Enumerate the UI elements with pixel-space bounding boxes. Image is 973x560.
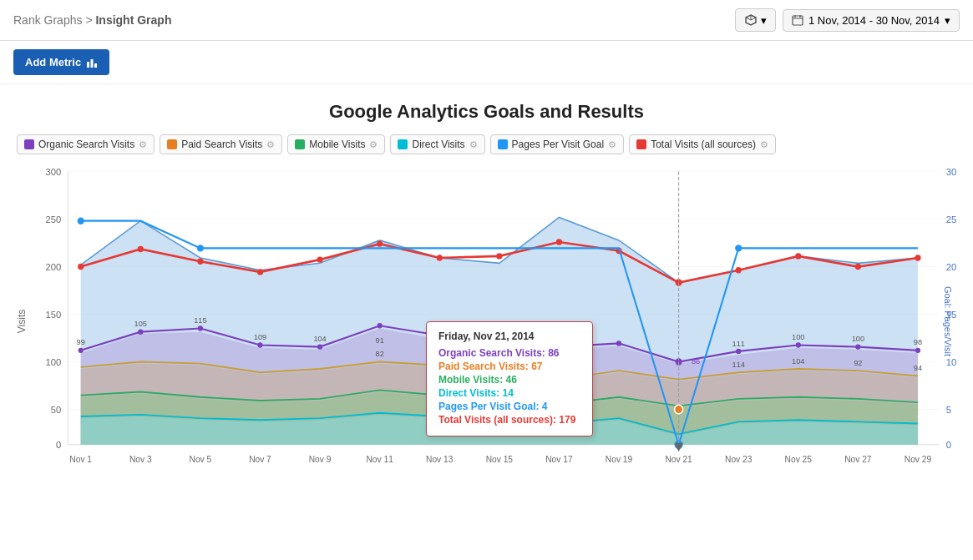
date-range-button[interactable]: 1 Nov, 2014 - 30 Nov, 2014 ▾: [783, 9, 960, 32]
dot-organic-14: [855, 344, 860, 349]
y-axis-right-label: Goal: Pages/Visit: [943, 286, 953, 356]
svg-text:105: 105: [134, 320, 147, 328]
dot-organic-1: [79, 348, 84, 353]
legend: Organic Search Visits ⚙ Paid Search Visi…: [17, 134, 956, 154]
dot-pages-3: [197, 245, 204, 251]
breadcrumb-separator: >: [85, 13, 95, 27]
svg-text:100: 100: [45, 357, 61, 367]
tooltip-direct: Direct Visits: 14: [438, 387, 580, 399]
svg-text:104: 104: [792, 357, 804, 366]
svg-text:0: 0: [946, 440, 951, 450]
legend-label-organic: Organic Search Visits: [38, 139, 134, 150]
dot-organic-10: [616, 341, 621, 346]
svg-rect-9: [91, 59, 94, 68]
svg-text:109: 109: [254, 333, 266, 341]
legend-label-direct: Direct Visits: [412, 139, 464, 150]
add-metric-label: Add Metric: [25, 56, 81, 68]
tooltip-organic: Organic Search Visits: 86: [438, 347, 580, 359]
svg-rect-4: [793, 16, 803, 25]
breadcrumb-current: Insight Graph: [95, 13, 171, 27]
legend-gear-mobile[interactable]: ⚙: [369, 139, 378, 150]
legend-gear-organic[interactable]: ⚙: [139, 139, 147, 150]
breadcrumb: Rank Graphs > Insight Graph: [13, 13, 171, 27]
legend-dot-direct: [398, 139, 408, 149]
dot-organic-4: [257, 342, 262, 347]
legend-gear-direct[interactable]: ⚙: [469, 139, 478, 150]
svg-text:30: 30: [946, 167, 956, 177]
svg-text:Nov 9: Nov 9: [309, 455, 332, 464]
dot-total-13: [795, 253, 801, 259]
dot-pages-1: [78, 217, 84, 224]
svg-text:115: 115: [194, 316, 206, 325]
svg-text:114: 114: [732, 361, 745, 369]
svg-text:Nov 21: Nov 21: [665, 455, 692, 464]
calendar-icon: [792, 14, 803, 26]
legend-label-total: Total Visits (all sources): [651, 139, 756, 150]
cube-icon: [744, 13, 758, 27]
svg-text:100: 100: [792, 333, 804, 341]
dot-total-12: [736, 267, 742, 273]
svg-text:Nov 25: Nov 25: [785, 455, 813, 464]
header: Rank Graphs > Insight Graph ▾ 1 Nov, 201…: [0, 0, 973, 41]
svg-text:300: 300: [45, 167, 61, 177]
legend-label-mobile: Mobile Visits: [309, 139, 365, 150]
svg-text:5: 5: [946, 405, 951, 415]
dot-total-3: [197, 259, 203, 265]
legend-item-mobile[interactable]: Mobile Visits ⚙: [287, 134, 385, 154]
dot-total-9: [556, 239, 562, 245]
date-range-label: 1 Nov, 2014 - 30 Nov, 2014: [808, 14, 940, 27]
legend-item-paid[interactable]: Paid Search Visits ⚙: [160, 134, 282, 154]
header-right: ▾ 1 Nov, 2014 - 30 Nov, 2014 ▾: [735, 8, 960, 32]
legend-dot-mobile: [295, 139, 305, 149]
dot-organic-15: [915, 348, 920, 353]
legend-gear-paid[interactable]: ⚙: [266, 139, 275, 150]
toolbar: Add Metric: [0, 41, 973, 84]
svg-text:Nov 5: Nov 5: [190, 455, 212, 464]
svg-text:150: 150: [45, 310, 61, 320]
dot-organic-12: [736, 349, 741, 354]
legend-dot-pages: [498, 139, 508, 149]
dot-organic-2: [138, 330, 143, 335]
svg-rect-8: [87, 62, 89, 68]
chart-title: Google Analytics Goals and Results: [17, 101, 956, 123]
legend-gear-total[interactable]: ⚙: [760, 139, 768, 150]
svg-text:91: 91: [376, 336, 384, 345]
date-dropdown-arrow: ▾: [945, 14, 950, 27]
svg-text:92: 92: [854, 359, 862, 367]
svg-text:200: 200: [45, 262, 61, 272]
legend-gear-pages[interactable]: ⚙: [608, 139, 616, 150]
tooltip-total: Total Visits (all sources): 179: [438, 414, 580, 426]
legend-item-organic[interactable]: Organic Search Visits ⚙: [17, 134, 155, 154]
legend-dot-paid: [167, 139, 177, 149]
chart-container: Google Analytics Goals and Results Organ…: [0, 84, 973, 480]
tooltip-paid: Paid Search Visits: 67: [438, 361, 580, 372]
breadcrumb-parent: Rank Graphs: [13, 13, 82, 27]
cube-dropdown-arrow: ▾: [761, 14, 767, 27]
legend-item-pages[interactable]: Pages Per Visit Goal ⚙: [490, 134, 625, 154]
legend-item-direct[interactable]: Direct Visits ⚙: [390, 134, 484, 154]
svg-text:Nov 29: Nov 29: [905, 455, 932, 464]
svg-text:Nov 1: Nov 1: [69, 455, 92, 464]
add-metric-button[interactable]: Add Metric: [13, 49, 109, 75]
legend-dot-total: [636, 139, 646, 149]
dot-total-1: [78, 264, 84, 270]
svg-text:111: 111: [732, 339, 745, 347]
svg-text:Nov 27: Nov 27: [844, 455, 872, 464]
svg-text:98: 98: [914, 338, 922, 346]
bar-chart-icon: [86, 57, 98, 68]
dot-organic-5: [317, 344, 322, 349]
svg-line-3: [746, 18, 751, 20]
dot-organic-13: [796, 342, 801, 347]
dot-total-8: [496, 253, 502, 259]
dot-organic-3: [198, 325, 203, 330]
legend-item-total[interactable]: Total Visits (all sources) ⚙: [629, 134, 776, 154]
cube-button[interactable]: ▾: [735, 8, 776, 32]
tooltip-pages: Pages Per Visit Goal: 4: [438, 401, 580, 412]
dot-pages-12: [735, 245, 742, 251]
legend-label-pages: Pages Per Visit Goal: [512, 139, 605, 150]
dot-total-2: [138, 246, 144, 252]
svg-rect-10: [94, 63, 97, 68]
svg-text:100: 100: [852, 335, 864, 343]
tooltip-paid-dot: [675, 405, 683, 414]
svg-text:20: 20: [946, 262, 956, 272]
